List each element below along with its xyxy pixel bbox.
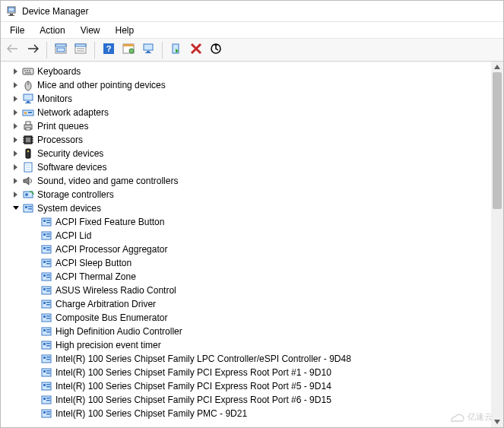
caret-placeholder — [30, 327, 39, 336]
tree-item-child[interactable]: Intel(R) 100 Series Chipset Family PCI E… — [2, 366, 502, 379]
svg-rect-8 — [75, 44, 86, 46]
tree-item-child[interactable]: ACPI Sleep Button — [2, 256, 502, 270]
tree-item-label: Network adapters — [37, 106, 109, 119]
tree-item-label: Intel(R) 100 Series Chipset Family PCI E… — [55, 366, 331, 379]
properties-button[interactable] — [71, 41, 90, 59]
help-button[interactable]: ? — [100, 41, 118, 59]
tree-item-label: ASUS Wireless Radio Control — [55, 284, 176, 297]
tree-item-label: Composite Bus Enumerator — [55, 311, 167, 325]
secdev-icon — [22, 147, 34, 160]
tree-item-monitors[interactable]: Monitors — [2, 92, 502, 106]
svg-rect-5 — [55, 44, 66, 46]
svg-rect-1 — [8, 8, 14, 11]
svg-rect-18 — [145, 52, 151, 53]
tree-item-mice[interactable]: Mice and other pointing devices — [2, 78, 502, 92]
tree-item-label: Intel(R) 100 Series Chipset Family PCI E… — [55, 393, 331, 407]
tree-item-processors[interactable]: Processors — [2, 133, 502, 147]
uninstall-device-button[interactable] — [187, 41, 205, 59]
scan-hardware-button[interactable] — [119, 41, 138, 59]
sysdev-icon — [40, 353, 52, 365]
tree-item-child[interactable]: Composite Bus Enumerator — [2, 311, 502, 325]
tree-item-child[interactable]: Intel(R) 100 Series Chipset Family PMC -… — [2, 407, 502, 420]
svg-text:?: ? — [106, 44, 112, 53]
tree-item-label: Software devices — [37, 160, 106, 174]
sysdev-icon — [40, 257, 52, 269]
tree-item-label: ACPI Lid — [55, 229, 91, 243]
caret-placeholder — [30, 354, 39, 363]
sysdev-icon — [22, 202, 34, 214]
caret-placeholder — [30, 341, 39, 350]
caret-right-icon[interactable] — [11, 108, 21, 117]
svg-point-15 — [129, 49, 134, 53]
sysdev-icon — [40, 339, 52, 351]
caret-right-icon[interactable] — [11, 135, 21, 144]
menu-action[interactable]: Action — [32, 24, 72, 37]
vertical-scrollbar[interactable] — [491, 62, 503, 427]
scan-hardware-icon — [122, 43, 135, 57]
tree-item-child[interactable]: Intel(R) 100 Series Chipset Family PCI E… — [2, 393, 502, 407]
caret-placeholder — [30, 258, 39, 268]
caret-right-icon[interactable] — [11, 81, 21, 90]
caret-right-icon[interactable] — [11, 190, 21, 199]
tree-item-label: High Definition Audio Controller — [55, 325, 182, 338]
sysdev-icon — [40, 243, 52, 255]
scroll-thumb[interactable] — [493, 72, 502, 209]
toolbar: ? — [1, 39, 503, 62]
chip-icon — [22, 134, 34, 146]
caret-right-icon[interactable] — [11, 149, 21, 158]
tree-item-keyboards[interactable]: Keyboards — [2, 65, 502, 78]
keyboard-icon — [22, 65, 34, 78]
tree-item-child[interactable]: High Definition Audio Controller — [2, 325, 502, 338]
enable-device-button[interactable] — [167, 41, 185, 59]
sysdev-icon — [40, 380, 52, 392]
tree-item-child[interactable]: ACPI Thermal Zone — [2, 270, 502, 284]
tree-item-child[interactable]: Intel(R) 100 Series Chipset Family PCI E… — [2, 379, 502, 393]
svg-rect-6 — [57, 48, 65, 52]
nav-forward-button[interactable] — [24, 41, 42, 59]
tree-item-child[interactable]: Intel(R) 100 Series Chipset Family LPC C… — [2, 352, 502, 366]
caret-down-icon[interactable] — [11, 204, 21, 213]
tree-item-network[interactable]: Network adapters — [2, 106, 502, 119]
storagectl-icon — [22, 189, 34, 201]
tree-item-child[interactable]: Charge Arbitration Driver — [2, 297, 502, 311]
monitor-update-icon — [142, 43, 154, 57]
caret-right-icon[interactable] — [11, 122, 21, 131]
tree-item-sysdevices[interactable]: System devices — [2, 201, 502, 215]
watermark: 亿速云 — [448, 411, 493, 423]
scan-button[interactable] — [207, 41, 225, 59]
device-tree[interactable]: KeyboardsMice and other pointing devices… — [1, 62, 503, 427]
caret-placeholder — [30, 300, 39, 309]
scroll-down-button[interactable] — [491, 417, 503, 427]
tree-item-sound[interactable]: Sound, video and game controllers — [2, 174, 502, 188]
tree-item-security[interactable]: Security devices — [2, 147, 502, 160]
menu-file[interactable]: File — [2, 24, 32, 37]
sysdev-icon — [40, 407, 52, 420]
tree-item-software[interactable]: Software devices — [2, 160, 502, 174]
window-title: Device Manager — [22, 6, 88, 17]
menu-view[interactable]: View — [73, 24, 108, 37]
show-hide-console-button[interactable] — [52, 41, 70, 59]
caret-right-icon[interactable] — [11, 163, 21, 172]
tree-item-child[interactable]: ACPI Processor Aggregator — [2, 243, 502, 256]
caret-right-icon[interactable] — [11, 176, 21, 185]
tree-item-child[interactable]: ACPI Lid — [2, 229, 502, 243]
menu-help[interactable]: Help — [108, 24, 142, 37]
caret-placeholder — [30, 313, 39, 322]
tree-item-printq[interactable]: Print queues — [2, 119, 502, 133]
toolbar-separator — [94, 42, 95, 59]
tree-item-label: Processors — [37, 133, 83, 147]
sysdev-icon — [40, 298, 52, 310]
tree-item-storagectl[interactable]: Storage controllers — [2, 188, 502, 201]
caret-right-icon[interactable] — [11, 67, 21, 76]
tree-item-child[interactable]: ACPI Fixed Feature Button — [2, 215, 502, 229]
caret-right-icon[interactable] — [11, 94, 21, 103]
tree-item-label: Intel(R) 100 Series Chipset Family LPC C… — [55, 352, 351, 366]
tree-item-label: Monitors — [37, 92, 72, 106]
svg-rect-2 — [10, 14, 13, 15]
tree-item-child[interactable]: High precision event timer — [2, 338, 502, 352]
update-driver-button[interactable] — [139, 41, 157, 59]
caret-placeholder — [30, 245, 39, 254]
tree-item-child[interactable]: ASUS Wireless Radio Control — [2, 284, 502, 297]
tree-item-label: Intel(R) 100 Series Chipset Family PMC -… — [55, 407, 247, 420]
scroll-up-button[interactable] — [491, 62, 503, 72]
